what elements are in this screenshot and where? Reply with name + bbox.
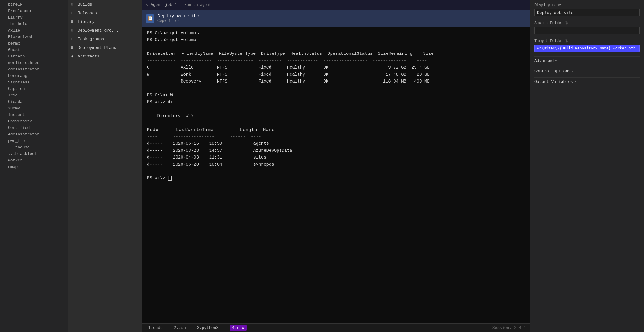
bullet-icon: ·	[5, 55, 7, 58]
sidebar-item-lantern[interactable]: ·Lantern	[0, 53, 68, 60]
term-data-c: C Axlle NTFS Fixed Healthy OK 9.72 GB 29…	[147, 64, 525, 71]
bullet-icon: ·	[5, 29, 7, 32]
deployment-groups-icon: ⊞	[71, 28, 73, 33]
target-folder-value[interactable]: w:\sites\${Build.Repository.Name}.worker…	[534, 45, 640, 52]
sidebar-item-bthelF[interactable]: ·bthelF	[0, 1, 68, 8]
display-name-input[interactable]: Deploy web site	[534, 9, 640, 16]
bullet-icon: ·	[5, 68, 7, 71]
bullet-icon: ·	[5, 113, 7, 117]
sidebar-item-administrator[interactable]: ·Administrator	[0, 66, 68, 73]
term-dir-azure: d----- 2020-03-28 14:57 AzureDevOpsData	[147, 147, 525, 154]
sidebar-item-blurry[interactable]: ·Blurry	[0, 14, 68, 21]
nav-deployment-plans[interactable]: ⊞ Deployment Plans	[68, 43, 142, 52]
tab-ncx[interactable]: 4:ncx	[230, 325, 247, 331]
tab-python3[interactable]: 3:python3-	[194, 325, 224, 331]
nav-artifacts[interactable]: ◈ Artifacts	[68, 52, 142, 61]
session-info: Session: 2 4 1	[492, 326, 526, 330]
deploy-task-subtitle: Copy files	[157, 19, 199, 23]
nav-deployment-groups[interactable]: ⊞ Deployment gro...	[68, 26, 142, 35]
term-dir-sites: d----- 2020-04-03 11:31 sites	[147, 154, 525, 161]
term-line-blank2	[147, 85, 525, 92]
bullet-icon: ·	[5, 133, 7, 136]
advanced-toggle[interactable]: Advanced ▾	[534, 56, 640, 65]
sidebar-item-cicada[interactable]: ·Cicada	[0, 99, 68, 105]
sidebar-item-caption[interactable]: ·Caption	[0, 86, 68, 92]
right-panel-content: Display name Deploy web site Source Fold…	[530, 0, 644, 332]
bullet-icon: ·	[5, 81, 7, 84]
sidebar-item-blacklock[interactable]: ·...blacklock	[0, 151, 68, 157]
term-line-2: PS C:\a> get-volume	[147, 36, 525, 43]
sidebar-item-pwn-ftp[interactable]: ·pwn_ftp	[0, 138, 68, 144]
sidebar-item-yummy[interactable]: ·Yummy	[0, 105, 68, 112]
sidebar-item-freelancer[interactable]: ·Freelancer	[0, 8, 68, 14]
bullet-icon: ·	[5, 87, 7, 91]
bullet-icon: ·	[5, 36, 7, 39]
output-variables-toggle[interactable]: Output Variables ▾	[534, 77, 640, 86]
bullet-icon: ·	[5, 146, 7, 149]
term-sep-line: ----------- ------------ -------------- …	[147, 57, 525, 64]
sidebar-item-worker[interactable]: ·Worker	[0, 157, 68, 164]
builds-icon: ⊞	[71, 2, 73, 7]
sidebar-item-blazorized[interactable]: ·Blazorized	[0, 34, 68, 40]
term-data-r: Recovery NTFS Fixed Healthy OK 118.04 MB…	[147, 78, 525, 85]
sidebar-item-tric[interactable]: ·Tric...	[0, 92, 68, 99]
bullet-icon: ·	[5, 159, 7, 162]
term-dir-sep: ---- ---------------- ------ ----	[147, 133, 525, 140]
term-dir-label: Directory: W:\	[147, 113, 525, 119]
nav-builds[interactable]: ⊞ Builds	[68, 0, 142, 9]
sidebar-item-nmap[interactable]: ·nmap	[0, 164, 68, 170]
term-line-w: PS C:\a> W:	[147, 92, 525, 99]
source-folder-group: Source Folder ⓘ	[534, 21, 640, 34]
sidebar-item-ghost[interactable]: ·Ghost	[0, 47, 68, 53]
sidebar-item-monitorsthree[interactable]: ·monitorsthree	[0, 60, 68, 66]
sidebar-item-permx[interactable]: ·permx	[0, 40, 68, 47]
tab-sudo[interactable]: 1:sudo	[146, 325, 165, 331]
bullet-icon: ·	[5, 42, 7, 45]
terminal-content: PS C:\a> get-volumns PS C:\a> get-volume…	[142, 27, 530, 323]
term-line-blank3	[147, 106, 525, 113]
agent-job-header: ▷ Agent job 1 | Run on agent	[142, 0, 530, 10]
term-data-w: W Work NTFS Fixed Healthy OK 17.48 GB 20…	[147, 71, 525, 78]
source-folder-input[interactable]	[534, 27, 640, 34]
term-line-dir: PS W:\> dir	[147, 99, 525, 105]
right-panel: Display name Deploy web site Source Fold…	[530, 0, 644, 332]
sidebar-item-axlle[interactable]: ·Axlle	[0, 27, 68, 34]
target-folder-label: Target Folder ⓘ	[534, 39, 640, 43]
sidebar-item-thouse[interactable]: ·...thouse	[0, 144, 68, 151]
agent-job-sub: |	[180, 2, 182, 7]
deploy-task-bar[interactable]: 📋 Deploy web site Copy files	[142, 10, 530, 27]
status-bar: 1:sudo 2:zsh 3:python3- 4:ncx Session: 2…	[142, 323, 530, 332]
output-variables-chevron-icon: ▾	[574, 80, 576, 84]
bullet-icon: ·	[5, 3, 7, 6]
bullet-icon: ·	[5, 107, 7, 110]
term-line-1: PS C:\a> get-volumns	[147, 30, 525, 36]
bullet-icon: ·	[5, 165, 7, 169]
bullet-icon: ·	[5, 16, 7, 19]
sidebar-item-instant[interactable]: ·Instant	[0, 112, 68, 118]
sidebar: ·bthelF ·Freelancer ·Blurry ·thm-holo ·A…	[0, 0, 68, 332]
bullet-icon: ·	[5, 152, 7, 156]
term-header-line: DriveLetter FriendlyName FileSystemType …	[147, 50, 525, 57]
display-name-group: Display name Deploy web site	[534, 3, 640, 16]
deploy-task-icon: 📋	[146, 14, 154, 23]
control-options-toggle[interactable]: Control Options ▾	[534, 67, 640, 75]
sidebar-item-bongrang[interactable]: ·bongrang	[0, 73, 68, 79]
bullet-icon: ·	[5, 120, 7, 123]
sidebar-item-administrator2[interactable]: ·Administrator	[0, 131, 68, 138]
sidebar-item-certified[interactable]: ·Certified	[0, 125, 68, 131]
nav-task-groups[interactable]: ⊞ Task groups	[68, 35, 142, 43]
releases-icon: ⊞	[71, 11, 73, 15]
control-options-chevron-icon: ▾	[572, 69, 574, 73]
term-prompt-final: PS W:\> █	[147, 175, 525, 181]
bullet-icon: ·	[5, 94, 7, 97]
tab-zsh[interactable]: 2:zsh	[171, 325, 188, 331]
task-groups-icon: ⊞	[71, 37, 73, 41]
sidebar-item-university[interactable]: ·University	[0, 118, 68, 125]
bullet-icon: ·	[5, 23, 7, 26]
nav-releases[interactable]: ⊞ Releases	[68, 9, 142, 17]
sidebar-item-sightless[interactable]: ·Sightless	[0, 79, 68, 86]
middle-nav: ⊞ Builds ⊞ Releases ⊞ Library ⊞ Deployme…	[68, 0, 142, 332]
nav-library[interactable]: ⊞ Library	[68, 17, 142, 26]
source-folder-info-icon: ⓘ	[565, 21, 568, 25]
sidebar-item-thm-holo[interactable]: ·thm-holo	[0, 21, 68, 27]
